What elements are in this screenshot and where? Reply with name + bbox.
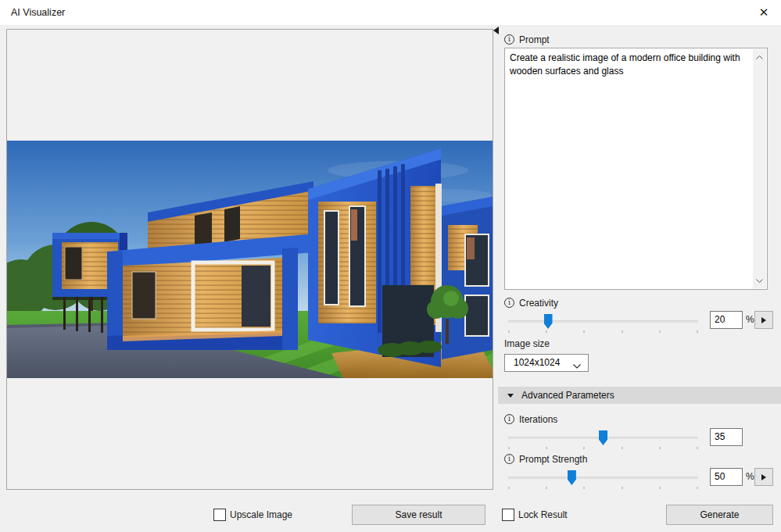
slider-tick: [622, 487, 623, 489]
generated-image: [7, 141, 493, 378]
upscale-image-checkbox[interactable]: [213, 509, 226, 521]
close-icon[interactable]: ✕: [751, 2, 776, 23]
slider-tick: [546, 330, 547, 333]
slider-ticks: [508, 487, 698, 490]
image-size-value: 1024x1024: [514, 355, 560, 371]
image-size-select[interactable]: 1024x1024: [504, 354, 589, 372]
slider-track[interactable]: [508, 320, 698, 323]
prompt-scrollbar[interactable]: [753, 49, 766, 288]
prompt-strength-value-input[interactable]: 50: [710, 468, 743, 486]
prompt-strength-label-row: Prompt Strength: [498, 453, 587, 465]
title-bar: AI Visualizer ✕: [0, 0, 781, 25]
slider-ticks: [508, 447, 698, 450]
iterations-label: Iterations: [519, 414, 557, 425]
advanced-parameters-label: Advanced Parameters: [521, 387, 614, 404]
save-result-button[interactable]: Save result: [352, 505, 485, 525]
generate-button[interactable]: Generate: [666, 505, 773, 525]
lock-result-row: Lock Result: [502, 509, 568, 521]
slider-tick: [659, 487, 661, 489]
slider-track[interactable]: [508, 477, 698, 479]
right-arrow-icon: [761, 474, 766, 480]
slider-tick: [697, 487, 698, 489]
prompt-strength-unit: %: [746, 471, 754, 482]
slider-thumb[interactable]: [568, 470, 576, 485]
slider-tick: [659, 330, 661, 333]
creativity-label-row: Creativity: [498, 297, 558, 309]
iterations-value-input[interactable]: 35: [710, 428, 743, 446]
slider-tick: [697, 330, 698, 333]
slider-tick: [659, 447, 661, 449]
scroll-down-icon[interactable]: [753, 274, 766, 287]
image-size-label: Image size: [504, 338, 550, 349]
info-icon: [504, 414, 514, 424]
prompt-label-row: Prompt: [498, 34, 550, 45]
info-icon: [504, 34, 514, 45]
slider-tick: [546, 447, 547, 449]
scroll-up-icon[interactable]: [753, 51, 766, 63]
iterations-label-row: Iterations: [498, 413, 557, 425]
slider-tick: [546, 487, 547, 489]
slider-tick: [622, 447, 623, 449]
chevron-down-icon: [573, 360, 581, 371]
slider-thumb[interactable]: [544, 314, 553, 329]
advanced-parameters-header[interactable]: Advanced Parameters: [498, 387, 781, 404]
slider-thumb[interactable]: [599, 430, 607, 445]
collapse-down-icon: [507, 394, 514, 398]
right-arrow-icon: [761, 317, 766, 323]
slider-tick: [583, 330, 585, 333]
lock-result-label: Lock Result: [518, 509, 568, 520]
slider-tick: [508, 330, 510, 333]
prompt-strength-label: Prompt Strength: [519, 454, 587, 465]
prompt-label: Prompt: [519, 34, 550, 45]
slider-tick: [583, 447, 585, 449]
prompt-value[interactable]: Create a realistic image of a modern off…: [505, 48, 753, 289]
upscale-image-row: Upscale Image: [213, 509, 292, 521]
slider-tick: [697, 447, 698, 449]
creativity-label: Creativity: [519, 298, 558, 309]
slider-tick: [508, 487, 510, 489]
creativity-value-input[interactable]: 20: [710, 311, 743, 329]
slider-tick: [583, 487, 585, 489]
creativity-step-button[interactable]: [754, 311, 773, 329]
image-size-label-row: Image size: [498, 337, 550, 349]
upscale-image-label: Upscale Image: [230, 509, 292, 520]
prompt-input[interactable]: Create a realistic image of a modern off…: [504, 48, 768, 290]
slider-tick: [622, 330, 623, 333]
info-icon: [504, 454, 514, 464]
info-icon: [504, 298, 514, 308]
prompt-strength-step-button[interactable]: [754, 468, 773, 486]
lock-result-checkbox[interactable]: [502, 509, 514, 521]
slider-ticks: [508, 330, 698, 334]
settings-panel: Prompt Create a realistic image of a mod…: [498, 25, 781, 532]
creativity-unit: %: [746, 314, 754, 325]
slider-tick: [508, 447, 510, 449]
window-title: AI Visualizer: [11, 7, 65, 18]
